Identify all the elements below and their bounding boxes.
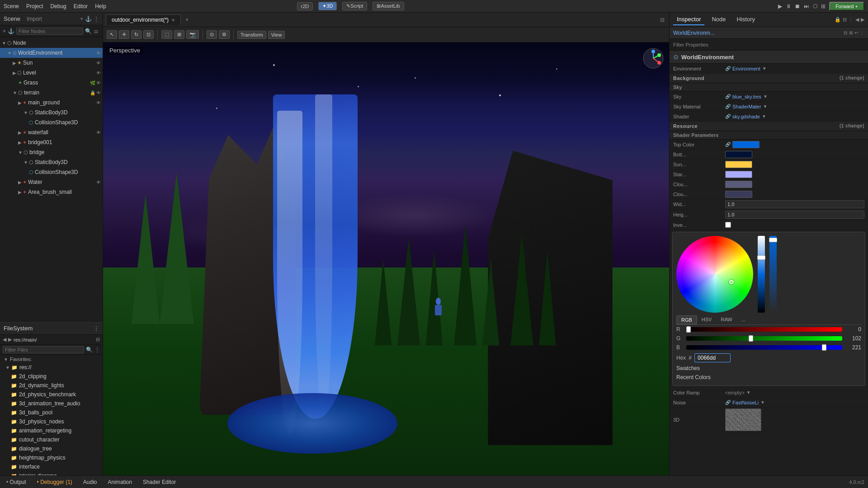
node-copy-icon[interactable]: ⊟ [844,30,847,35]
hex-input[interactable] [694,353,731,362]
fs-forward-icon[interactable]: ▶ [8,337,12,343]
pause-btn[interactable]: ⏸ [786,3,791,9]
worldenv-eye-icon[interactable]: 👁 [96,51,101,56]
toolbar-camera[interactable]: 📷 [186,30,199,39]
fs-filter-icon[interactable]: 🔍 [86,347,93,353]
sun-color-swatch[interactable] [725,161,752,168]
inverse-checkbox[interactable] [725,222,731,228]
output-tab[interactable]: • Output [4,478,29,486]
tree-node-staticbody1[interactable]: ▼ ⬡ StaticBody3D [0,108,103,117]
color-tab-more[interactable]: ... [737,315,750,324]
scene-filter-input[interactable] [16,28,83,35]
animation-tab[interactable]: Animation [105,478,135,486]
insp-menu-icon[interactable]: ⋮ [849,17,854,23]
fs-item-3dballs[interactable]: 📁3d_balls_pool [0,408,103,417]
r-slider-handle[interactable] [686,326,691,333]
waterfall-eye-icon[interactable]: 👁 [96,130,101,135]
scene-options-icon[interactable]: ⋮ [100,28,103,34]
insp-arrow-left[interactable]: ◀ [855,17,859,23]
noise-value[interactable]: FastNoiseLi [732,400,759,405]
noise-dropdown[interactable]: ▼ [760,400,765,405]
brightness-slider[interactable] [758,236,765,313]
sky-value[interactable]: blue_sky.tres [732,94,761,99]
play-btn[interactable]: ▶ [778,3,782,9]
sky-dropdown[interactable]: ▼ [763,94,768,99]
viewport-expand-icon[interactable]: ⊟ [658,17,666,23]
tree-node-water[interactable]: ▶ ✦ Water 👁 [0,177,103,187]
sky-mat-dropdown[interactable]: ▼ [763,104,768,109]
tree-node-waterfall[interactable]: ▶ ✦ waterfall 👁 [0,127,103,137]
color-tab-raw[interactable]: RAW [716,315,736,324]
terrain-eye-icon[interactable]: 👁 [96,90,101,95]
nav-gizmo[interactable] [642,47,665,70]
g-slider-handle[interactable] [749,335,753,342]
fs-favorites-arrow[interactable]: ▼ [4,357,8,362]
grass-eye-icon[interactable]: 👁 [96,80,101,85]
scene-filter-link[interactable]: ⚓ [8,28,14,34]
tree-node-bridge[interactable]: ▼ ⬡ bridge [0,147,103,157]
scene-import-btn[interactable]: Import [27,16,42,22]
toolbar-move[interactable]: ✛ [119,30,129,39]
fs-item-intdiorama[interactable]: 📁interior-diorama [0,471,103,475]
toolbar-view2[interactable]: View [268,31,285,39]
b-slider-handle[interactable] [822,344,826,351]
fs-filter-input[interactable] [3,346,84,353]
scene-menu-icon[interactable]: ⋮ [94,16,99,22]
insp-expand-icon[interactable]: ⊟ [843,17,847,23]
fs-item-resroot[interactable]: ▼ 📁 res:// [0,363,103,372]
tree-node-grass[interactable]: ✦ Grass 🌿 👁 [0,78,103,88]
shader-editor-tab[interactable]: Shader Editor [140,478,179,486]
toolbar-select[interactable]: ↖ [107,30,117,39]
toolbar-debug[interactable]: ⚙ [219,30,230,39]
cloud1-color-swatch[interactable] [725,181,752,188]
sun-eye-icon[interactable]: 👁 [96,61,101,66]
color-wheel-hue[interactable] [676,236,753,313]
fs-item-2dphys[interactable]: 📁2d_physics_benchmark [0,390,103,399]
tab-history[interactable]: History [733,14,759,25]
width-input[interactable] [725,200,864,208]
viewport-tab-outdoor[interactable]: outdoor_environment(*) ✕ [106,14,181,25]
tab-add-btn[interactable]: + [182,15,192,25]
env-dropdown[interactable]: ▼ [762,66,767,71]
insp-lock-icon[interactable]: 🔒 [835,17,841,23]
fs-item-dialogue[interactable]: 📁dialogue_tree [0,444,103,453]
fs-item-interface[interactable]: 📁interface [0,462,103,471]
forward-button[interactable]: Forward + [829,2,864,11]
menu-debug[interactable]: Debug [50,3,66,9]
alpha-slider[interactable] [769,236,777,313]
color-tab-rgb[interactable]: RGB [676,315,697,324]
mode-script[interactable]: ✎Script [342,2,367,10]
water-eye-icon[interactable]: 👁 [96,180,101,185]
tree-node-staticbody2[interactable]: ▼ ⬡ StaticBody3D [0,157,103,167]
step-btn[interactable]: ⏭ [804,3,809,9]
star-color-swatch[interactable] [725,171,752,178]
tab-inspector[interactable]: Inspector [673,14,704,25]
fs-item-3danim[interactable]: 📁3d_animation_tree_audio [0,399,103,408]
tree-node-sun[interactable]: ▶ ☀ Sun 👁 [0,58,103,68]
cloud2-color-swatch[interactable] [725,191,752,198]
tree-node-terrain[interactable]: ▼ ⬡ terrain 🔒 👁 [0,88,103,98]
menu-editor[interactable]: Editor [74,3,88,9]
color-tab-hsv[interactable]: HSV [697,315,717,324]
sky-material-value[interactable]: ShaderMater [732,104,761,109]
level-eye-icon[interactable]: 👁 [96,70,101,75]
stop-btn[interactable]: ⏹ [795,3,800,9]
fs-item-heightmap[interactable]: 📁heightmap_physics [0,453,103,462]
top-color-swatch[interactable] [732,141,760,148]
fs-current-path[interactable]: res://main/ [14,337,37,343]
mode-assetlib[interactable]: ⊞AssetLib [373,2,404,10]
tree-node-collision2[interactable]: ⬡ CollisionShape3D [0,167,103,177]
fs-item-2ddyn[interactable]: 📁2d_dynamic_lights [0,381,103,390]
tab-close-outdoor[interactable]: ✕ [171,18,175,23]
fs-item-animret[interactable]: 📁animation_retargeting [0,426,103,435]
height-input[interactable] [725,211,864,219]
toolbar-view[interactable]: ⊙ [207,30,217,39]
fs-item-cutout[interactable]: 📁cutout_character [0,435,103,444]
fs-path-icon[interactable]: ⊟ [96,337,100,343]
fs-menu-icon[interactable]: ⋮ [94,325,99,332]
tree-node-level[interactable]: ▶ ⬡ Level 👁 [0,68,103,78]
debugger-tab[interactable]: • Debugger (1) [34,478,75,486]
fs-options-icon[interactable]: ⋮ [94,347,100,353]
toolbar-rotate[interactable]: ↻ [131,30,142,39]
scene-search-icon[interactable]: 🔍 [85,28,92,34]
